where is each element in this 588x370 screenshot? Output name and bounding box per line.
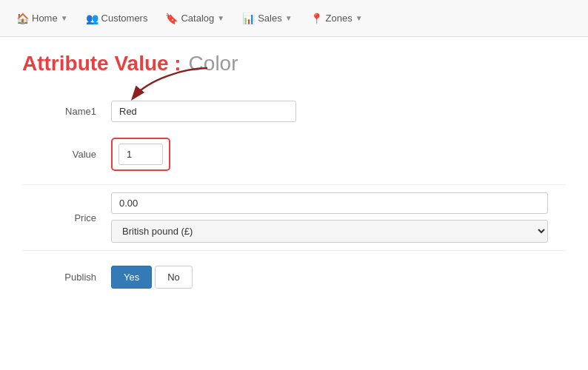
price-row: Price British pound (£): [22, 192, 566, 243]
zones-icon: 📍: [310, 13, 323, 24]
nav-zones[interactable]: 📍 Zones ▼: [301, 7, 372, 30]
customers-icon: 👥: [86, 13, 98, 24]
value-highlight-box: [111, 138, 170, 171]
price-label: Price: [22, 212, 111, 223]
catalog-caret: ▼: [217, 14, 224, 22]
home-icon: 🏠: [16, 13, 29, 24]
page-title: Attribute Value : Color: [22, 52, 566, 75]
title-value: Color: [189, 52, 238, 75]
name1-row: Name1: [22, 98, 566, 124]
nav-sales-label: Sales: [258, 13, 282, 24]
nav-home[interactable]: 🏠 Home ▼: [7, 7, 77, 30]
publish-label: Publish: [22, 272, 111, 283]
sales-caret: ▼: [285, 14, 293, 22]
nav-customers-label: Customers: [101, 13, 148, 24]
name1-input[interactable]: [111, 101, 296, 122]
currency-select[interactable]: British pound (£): [111, 220, 548, 243]
name1-label: Name1: [22, 106, 111, 117]
publish-row: Publish Yes No: [22, 266, 566, 289]
price-input[interactable]: [111, 192, 548, 214]
yes-button[interactable]: Yes: [111, 266, 152, 289]
title-label: Attribute Value :: [22, 52, 181, 75]
nav-catalog-label: Catalog: [181, 13, 214, 24]
navbar: 🏠 Home ▼ 👥 Customers 🔖 Catalog ▼ 📊 Sales…: [0, 0, 588, 37]
home-caret: ▼: [61, 14, 68, 22]
no-button[interactable]: No: [155, 266, 193, 289]
zones-caret: ▼: [355, 14, 363, 22]
nav-zones-label: Zones: [326, 13, 353, 24]
divider2: [22, 250, 566, 251]
value-row: Value: [22, 138, 566, 171]
nav-sales[interactable]: 📊 Sales ▼: [233, 7, 301, 30]
value-input[interactable]: [118, 144, 163, 165]
sales-icon: 📊: [242, 13, 255, 24]
divider1: [22, 184, 566, 185]
catalog-icon: 🔖: [165, 13, 178, 24]
page-content: Attribute Value : Color Name1 Value Pric…: [0, 37, 588, 303]
nav-customers[interactable]: 👥 Customers: [77, 7, 157, 30]
nav-catalog[interactable]: 🔖 Catalog ▼: [156, 7, 233, 30]
nav-home-label: Home: [32, 13, 58, 24]
value-label: Value: [22, 149, 111, 160]
